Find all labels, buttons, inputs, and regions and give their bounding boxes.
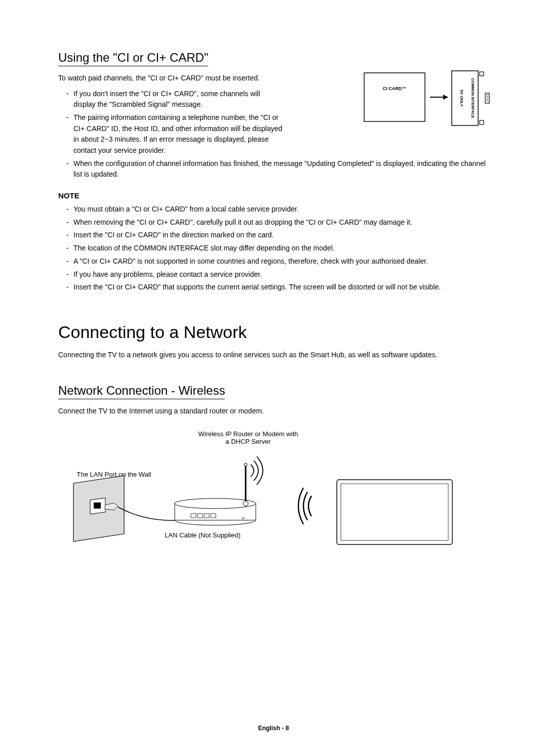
note-bullet-list: You must obtain a "CI or CI+ CARD" from … [58, 204, 491, 293]
ci-card-svg: CI CARD™ 5V ONLY COMMON INTERFACE [363, 70, 490, 132]
cable-label: LAN Cable (Not Supplied) [134, 531, 271, 539]
main-heading-network: Connecting to a Network [58, 322, 491, 342]
ci-card-diagram: CI CARD™ 5V ONLY COMMON INTERFACE [363, 70, 490, 132]
svg-text:COMMON INTERFACE: COMMON INTERFACE [471, 78, 475, 118]
wireless-intro: Connect the TV to the Internet using a s… [58, 406, 491, 416]
svg-point-27 [243, 501, 248, 506]
list-item: The pairing information containing a tel… [66, 112, 284, 156]
list-item: When removing the "CI or CI+ CARD", care… [66, 217, 491, 228]
svg-marker-2 [443, 95, 448, 100]
svg-text:5V ONLY: 5V ONLY [459, 90, 464, 107]
list-item: Insert the "CI or CI+ CARD" in the direc… [66, 230, 491, 241]
list-item: If you have any problems, please contact… [66, 269, 491, 280]
ci-card-label-text: CI CARD™ [383, 86, 407, 91]
svg-point-26 [244, 463, 247, 466]
list-item: A "CI or CI+ CARD" is not supported in s… [66, 256, 491, 267]
wireless-diagram: Wireless IP Router or Modem with a DHCP … [58, 430, 491, 547]
svg-rect-29 [341, 484, 448, 540]
note-heading: NOTE [58, 191, 491, 200]
wireless-svg [58, 445, 489, 547]
router-label-line2: a DHCP Server [225, 438, 270, 445]
router-label: Wireless IP Router or Modem with a DHCP … [172, 430, 324, 445]
list-item: You must obtain a "CI or CI+ CARD" from … [66, 204, 491, 215]
list-item: Insert the "CI or CI+ CARD" that support… [66, 282, 491, 293]
list-item: If you don't insert the "CI or CI+ CARD"… [66, 89, 284, 110]
svg-rect-5 [480, 120, 484, 124]
ci-bullet-list-wide: When the configuration of channel inform… [58, 158, 491, 180]
list-item: The location of the COMMON INTERFACE slo… [66, 243, 491, 254]
svg-rect-4 [480, 72, 484, 76]
network-intro: Connecting the TV to a network gives you… [58, 350, 491, 360]
section-title-ci-card: Using the "CI or CI+ CARD" [58, 51, 208, 66]
list-item: When the configuration of channel inform… [66, 158, 491, 180]
svg-rect-0 [364, 73, 425, 121]
page-footer: English - 8 [0, 725, 547, 732]
svg-rect-16 [94, 502, 101, 509]
router-label-line1: Wireless IP Router or Modem with [199, 430, 298, 438]
section-title-wireless: Network Connection - Wireless [58, 384, 225, 399]
